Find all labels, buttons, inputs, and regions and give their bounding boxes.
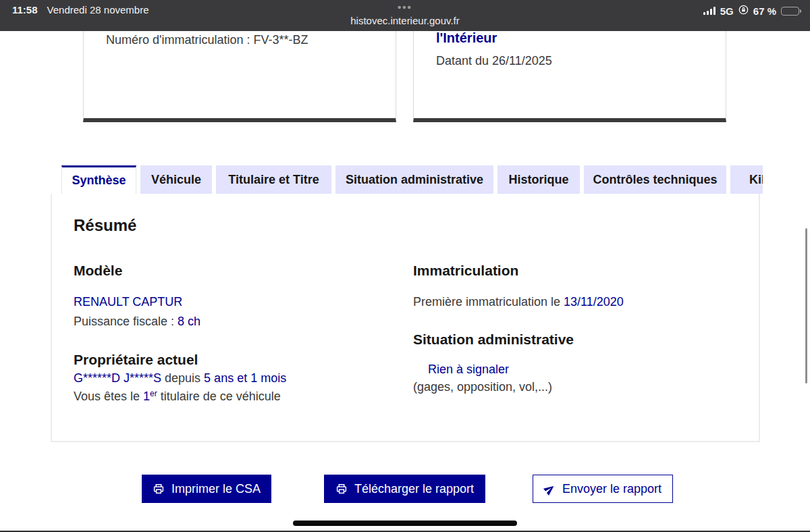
send-icon — [542, 481, 558, 497]
registration-document-card: Numéro d'immatriculation : FV-3**-BZ — [83, 31, 396, 122]
admin-status-value: Rien à signaler — [428, 363, 509, 377]
print-csa-button[interactable]: Imprimer le CSA — [142, 475, 271, 503]
owner-line: G******D J*****S depuis 5 ans et 1 mois — [74, 371, 286, 385]
printer-icon — [335, 483, 348, 495]
holder-ordinal: er — [150, 389, 157, 398]
actions-row: Imprimer le CSA Télécharger le rapport E… — [0, 475, 810, 503]
send-report-button[interactable]: Envoyer le rapport — [533, 475, 673, 503]
owner-duration-value: 5 ans et 1 mois — [204, 371, 286, 385]
browser-viewport: 11:58 Vendredi 28 novembre ••• histovec.… — [0, 0, 810, 532]
admin-status-heading: Situation administrative — [413, 331, 574, 348]
tab-vehicule[interactable]: Véhicule — [140, 165, 212, 194]
battery-percent-label: 67 % — [753, 5, 776, 17]
download-report-button[interactable]: Télécharger le rapport — [324, 475, 485, 503]
tab-historique[interactable]: Historique — [497, 165, 580, 194]
tab-controles-techniques[interactable]: Contrôles techniques — [584, 165, 726, 194]
owner-name-value: G******D J*****S — [74, 371, 161, 385]
status-bar: 11:58 Vendredi 28 novembre ••• histovec.… — [0, 0, 810, 31]
model-heading: Modèle — [74, 263, 122, 279]
home-indicator[interactable] — [293, 521, 517, 526]
network-type-label: 5G — [720, 5, 734, 17]
owner-heading: Propriétaire actuel — [74, 352, 198, 368]
scrollbar-thumb[interactable] — [805, 228, 807, 383]
certificate-date-text: Datant du 26/11/2025 — [436, 54, 726, 68]
resume-heading: Résumé — [74, 216, 136, 235]
holder-line: Vous êtes le 1er titulaire de ce véhicul… — [74, 389, 281, 404]
printer-icon — [153, 483, 165, 495]
fiscal-power-label: Puissance fiscale : — [74, 315, 178, 328]
tab-titulaire-et-titre[interactable]: Titulaire et Titre — [216, 165, 331, 194]
tab-kilometrage-clipped[interactable]: Kil — [730, 165, 763, 194]
owner-since-label: depuis — [161, 371, 204, 385]
model-name-value: RENAULT CAPTUR — [74, 295, 182, 309]
address-bar-url[interactable]: histovec.interieur.gouv.fr — [0, 15, 810, 26]
first-registration-date: 13/11/2020 — [564, 295, 624, 309]
tab-situation-administrative[interactable]: Situation administrative — [335, 165, 493, 194]
tab-synthese[interactable]: Synthèse — [61, 165, 136, 194]
immatriculation-heading: Immatriculation — [413, 263, 518, 279]
fiscal-power-line: Puissance fiscale : 8 ch — [74, 315, 200, 329]
cellular-signal-icon — [703, 7, 716, 15]
fiscal-power-value: 8 ch — [178, 315, 200, 328]
holder-number-value: 1 — [143, 390, 150, 403]
registration-number-text: Numéro d'immatriculation : FV-3**-BZ — [106, 33, 396, 47]
first-registration-line: Première immatriculation le 13/11/2020 — [413, 295, 624, 309]
certificate-document-card: l'Intérieur Datant du 26/11/2025 — [413, 31, 726, 122]
tab-overflow-dots-icon[interactable]: ••• — [0, 1, 810, 13]
admin-status-detail: (gages, opposition, vol,...) — [413, 380, 552, 394]
battery-icon — [781, 7, 799, 16]
report-tabbar: Synthèse Véhicule Titulaire et Titre Sit… — [61, 165, 763, 194]
certificate-issuer-text: l'Intérieur — [436, 31, 726, 45]
orientation-lock-icon — [738, 5, 749, 17]
synthese-panel: Résumé Modèle RENAULT CAPTUR Puissance f… — [51, 194, 760, 442]
